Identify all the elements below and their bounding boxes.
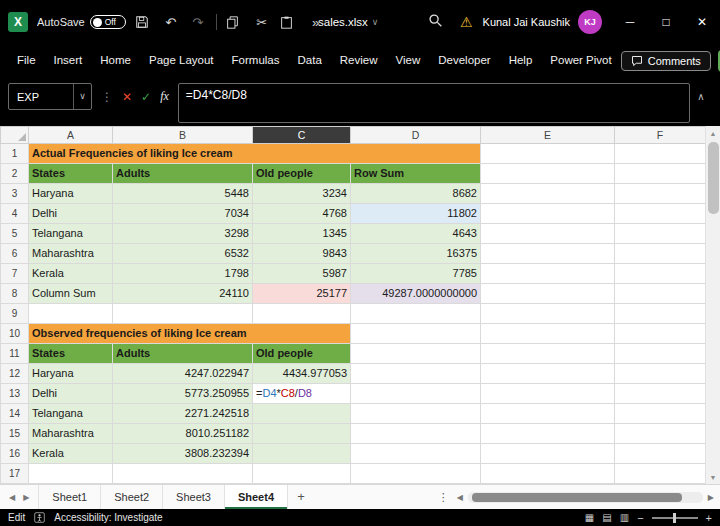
cell[interactable]: =D4*C8/D8 [253,384,351,404]
cell[interactable] [615,224,706,244]
cell[interactable]: 4643 [351,224,481,244]
cell[interactable]: 8010.251182 [113,424,253,444]
cell[interactable]: 6532 [113,244,253,264]
ribbon-tab-file[interactable]: File [8,44,45,77]
cell[interactable] [253,424,351,444]
cell[interactable] [615,244,706,264]
cell[interactable]: 8682 [351,184,481,204]
cell[interactable] [615,324,706,344]
cell[interactable] [351,464,481,484]
cell[interactable] [481,324,615,344]
cell[interactable] [29,464,113,484]
prev-sheet-icon[interactable]: ◀ [9,493,15,502]
horizontal-scroll-track[interactable] [468,492,703,503]
cell[interactable]: Haryana [29,184,113,204]
column-header-B[interactable]: B [113,127,253,144]
cell[interactable] [481,244,615,264]
name-box-caret-icon[interactable]: ∨ [73,84,91,109]
cell[interactable] [615,404,706,424]
scroll-right-icon[interactable]: ▶ [708,493,714,502]
cell[interactable] [615,144,706,164]
cell[interactable] [351,444,481,464]
cell[interactable] [615,204,706,224]
row-header-17[interactable]: 17 [1,464,29,484]
ribbon-tab-help[interactable]: Help [500,44,542,77]
cell[interactable]: 3298 [113,224,253,244]
row-header-3[interactable]: 3 [1,184,29,204]
cell[interactable] [615,284,706,304]
cell[interactable]: 11802 [351,204,481,224]
vertical-scroll-thumb[interactable] [708,142,719,214]
maximize-button[interactable]: □ [648,0,684,44]
ribbon-tab-data[interactable]: Data [289,44,331,77]
drag-handle-icon[interactable]: ⋮ [101,90,113,104]
add-sheet-button[interactable]: + [288,485,314,509]
ribbon-tab-page-layout[interactable]: Page Layout [140,44,223,77]
cell[interactable] [253,444,351,464]
cell[interactable] [481,464,615,484]
page-layout-view-icon[interactable]: ▤ [602,512,611,523]
cell[interactable]: Maharashtra [29,424,113,444]
cell[interactable]: Column Sum [29,284,113,304]
cell[interactable]: 2271.242518 [113,404,253,424]
scroll-down-icon[interactable]: ▼ [706,470,720,484]
cell[interactable] [481,184,615,204]
formula-input[interactable]: =D4*C8/D8 [178,83,690,123]
sheet-tab-sheet3[interactable]: Sheet3 [163,485,225,509]
cell[interactable] [481,444,615,464]
ribbon-tab-developer[interactable]: Developer [429,44,499,77]
save-icon[interactable] [135,15,153,29]
horizontal-scroll-thumb[interactable] [472,493,682,502]
accessibility-icon[interactable] [34,512,45,523]
ribbon-tab-insert[interactable]: Insert [45,44,92,77]
account-name[interactable]: Kunal Jai Kaushik [483,16,570,28]
cell[interactable] [351,324,481,344]
cell[interactable] [481,264,615,284]
cell[interactable]: Adults [113,164,253,184]
row-header-6[interactable]: 6 [1,244,29,264]
cell[interactable]: 3234 [253,184,351,204]
column-header-C[interactable]: C [253,127,351,144]
undo-icon[interactable]: ↶ [162,15,180,30]
cell[interactable]: 4247.022947 [113,364,253,384]
insert-function-icon[interactable]: fx [160,89,169,104]
cell[interactable] [481,284,615,304]
zoom-slider[interactable] [652,517,698,519]
cell[interactable] [615,444,706,464]
cell[interactable] [615,264,706,284]
row-header-7[interactable]: 7 [1,264,29,284]
cell[interactable]: Adults [113,344,253,364]
row-header-14[interactable]: 14 [1,404,29,424]
column-header-D[interactable]: D [351,127,481,144]
cell[interactable] [113,304,253,324]
cell[interactable]: Actual Frequencies of liking Ice cream [29,144,481,164]
name-box[interactable]: EXP ∨ [8,83,92,110]
cell[interactable] [351,424,481,444]
ribbon-tab-power-pivot[interactable]: Power Pivot [541,44,620,77]
cell[interactable]: Delhi [29,384,113,404]
cell[interactable]: 7785 [351,264,481,284]
cell[interactable]: Telangana [29,404,113,424]
cell[interactable]: Maharashtra [29,244,113,264]
scroll-up-icon[interactable]: ▲ [706,126,720,140]
minimize-button[interactable]: ─ [612,0,648,44]
row-header-1[interactable]: 1 [1,144,29,164]
cell[interactable]: 9843 [253,244,351,264]
cell[interactable]: Observed frequencies of liking Ice cream [29,324,351,344]
cell[interactable]: Kerala [29,264,113,284]
search-icon[interactable] [428,13,443,28]
cell[interactable] [481,344,615,364]
cell[interactable]: 5987 [253,264,351,284]
cell[interactable]: 4434.977053 [253,364,351,384]
cell[interactable]: Old people [253,164,351,184]
cut-icon[interactable]: ✂ [253,15,271,30]
cell[interactable]: 1345 [253,224,351,244]
copy-icon[interactable] [226,16,244,29]
autosave-toggle[interactable]: Off [90,15,126,29]
row-header-9[interactable]: 9 [1,304,29,324]
autosave-control[interactable]: AutoSave Off [37,15,126,29]
cell[interactable] [481,144,615,164]
enter-entry-icon[interactable]: ✓ [141,90,151,104]
zoom-out-icon[interactable]: − [637,512,643,524]
cell[interactable]: 5448 [113,184,253,204]
